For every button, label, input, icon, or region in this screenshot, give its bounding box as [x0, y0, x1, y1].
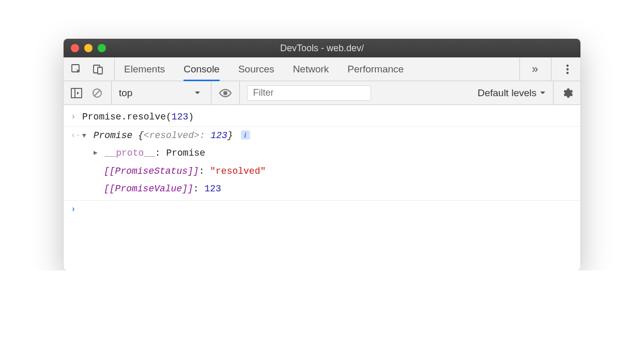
proto-value: Promise	[166, 148, 205, 158]
titlebar: DevTools - web.dev/	[64, 39, 580, 57]
status-value: "resolved"	[210, 166, 266, 176]
more-tabs-icon[interactable]: »	[528, 63, 542, 76]
svg-rect-6	[71, 88, 82, 98]
status-key: [[PromiseStatus]]	[104, 166, 199, 176]
log-levels-selector[interactable]: Default levels	[478, 87, 546, 99]
console-output-line: ‹· ▼ Promise {<resolved>: 123} i	[64, 127, 580, 145]
console-sidebar-toggle-icon[interactable]	[70, 86, 83, 100]
live-expression-icon[interactable]	[219, 86, 232, 100]
prompt-chevron-icon: ›	[71, 202, 82, 217]
inspect-element-icon[interactable]	[70, 63, 83, 76]
svg-point-10	[223, 91, 227, 95]
value-key: [[PromiseValue]]	[104, 184, 193, 194]
proto-key: __proto__	[105, 148, 155, 158]
tabs-bar: Elements Console Sources Network Perform…	[64, 57, 580, 81]
proto-line[interactable]: ▶ __proto__: Promise	[64, 144, 580, 162]
expand-toggle-icon[interactable]: ▶	[94, 147, 98, 159]
code-arg: 123	[172, 112, 188, 122]
svg-point-5	[566, 71, 569, 73]
context-selector-label: top	[119, 87, 132, 99]
close-window-button[interactable]	[71, 44, 79, 52]
svg-point-4	[566, 68, 569, 70]
console-body: › Promise.resolve(123) ‹· ▼ Promise {<re…	[64, 105, 580, 270]
maximize-window-button[interactable]	[98, 44, 106, 52]
filter-input[interactable]	[247, 85, 371, 101]
window-title: DevTools - web.dev/	[280, 43, 364, 54]
kebab-menu-icon[interactable]	[561, 63, 574, 76]
expand-toggle-icon[interactable]: ▼	[82, 130, 86, 142]
tab-console[interactable]: Console	[183, 57, 220, 81]
info-icon[interactable]: i	[241, 130, 250, 140]
console-settings-icon[interactable]	[561, 86, 574, 100]
svg-rect-2	[98, 67, 102, 74]
tab-network[interactable]: Network	[293, 57, 329, 81]
object-name: Promise	[94, 130, 133, 141]
clear-console-icon[interactable]	[90, 86, 104, 100]
console-input-echo: › Promise.resolve(123)	[64, 108, 580, 126]
input-chevron-icon: ›	[71, 109, 82, 124]
tab-performance[interactable]: Performance	[347, 57, 404, 81]
console-toolbar: top Default levels	[64, 81, 580, 105]
tab-elements[interactable]: Elements	[124, 57, 165, 81]
device-mode-icon[interactable]	[91, 63, 105, 76]
context-selector[interactable]: top	[119, 81, 204, 104]
code-call: Promise.resolve	[82, 112, 166, 122]
value-value: 123	[204, 184, 221, 194]
devtools-window: DevTools - web.dev/ Elements Console Sou…	[64, 39, 580, 270]
promise-status-line: [[PromiseStatus]]: "resolved"	[64, 162, 580, 180]
dropdown-arrow-icon	[194, 91, 201, 95]
log-levels-label: Default levels	[478, 87, 536, 99]
minimize-window-button[interactable]	[84, 44, 93, 52]
dropdown-arrow-icon	[540, 91, 546, 95]
console-prompt[interactable]: ›	[64, 201, 580, 218]
svg-point-3	[566, 64, 569, 66]
svg-line-9	[95, 90, 100, 96]
tab-sources[interactable]: Sources	[238, 57, 274, 81]
traffic-lights	[71, 44, 106, 52]
output-arrow-icon: ‹·	[71, 128, 82, 143]
promise-value-line: [[PromiseValue]]: 123	[64, 180, 580, 198]
